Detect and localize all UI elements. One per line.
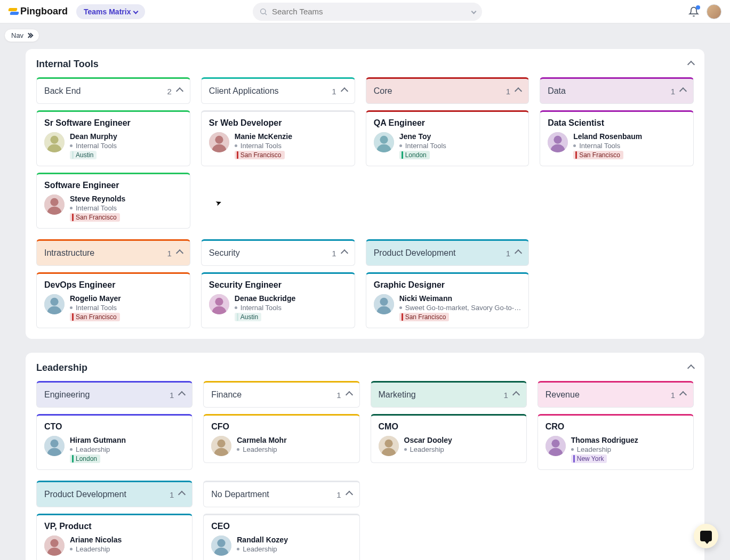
- person-avatar: [44, 194, 65, 215]
- person-avatar: [209, 132, 229, 152]
- chevron-down-icon: [133, 9, 139, 14]
- person-role: CEO: [211, 522, 351, 531]
- team-header[interactable]: Core 1: [366, 77, 529, 104]
- person-name: Manie McKenzie: [235, 132, 292, 141]
- team-name: Engineering: [44, 390, 90, 400]
- person-name: Hiram Gutmann: [70, 436, 126, 444]
- person-card[interactable]: QA Engineer Jene Toy Internal Tools Lond…: [366, 110, 529, 166]
- team-column: No Department 1 CEO Randall Kozey Leader…: [203, 481, 359, 560]
- collapse-section-button[interactable]: [687, 364, 695, 371]
- team-name: Revenue: [546, 390, 580, 400]
- person-avatar: [44, 436, 65, 456]
- team-column: Marketing 1 CMO Oscar Dooley Leadership: [371, 381, 527, 470]
- team-header[interactable]: Security 1: [201, 239, 355, 266]
- location-badge: San Francisco: [235, 151, 285, 159]
- user-avatar[interactable]: [707, 4, 721, 19]
- team-count: 1: [506, 87, 510, 96]
- person-avatar: [211, 535, 231, 556]
- person-card[interactable]: CMO Oscar Dooley Leadership: [371, 414, 527, 463]
- team-name: Intrastructure: [44, 248, 94, 258]
- team-column: Intrastructure 1 DevOps Engineer Rogelio…: [36, 239, 190, 328]
- team-header[interactable]: Engineering 1: [36, 381, 192, 408]
- team-name: Marketing: [379, 390, 416, 400]
- team-name: No Department: [211, 490, 269, 499]
- person-dept: Leadership: [70, 445, 126, 453]
- section: Leadership Engineering 1 CTO Hiram Gutma…: [26, 353, 704, 560]
- team-name: Product Development: [374, 248, 456, 258]
- person-name: Oscar Dooley: [404, 436, 452, 444]
- person-card[interactable]: DevOps Engineer Rogelio Mayer Internal T…: [36, 272, 190, 328]
- team-name: Security: [209, 248, 240, 258]
- team-count: 1: [170, 490, 174, 499]
- section-title: Internal Tools: [36, 59, 99, 70]
- person-card[interactable]: Graphic Designer Nicki Weimann Sweet Go-…: [366, 272, 529, 328]
- team-name: Client Applications: [209, 86, 279, 96]
- team-header[interactable]: Intrastructure 1: [36, 239, 190, 266]
- team-name: Finance: [211, 390, 242, 400]
- collapse-section-button[interactable]: [687, 60, 695, 68]
- team-count: 1: [671, 391, 675, 400]
- person-card[interactable]: CEO Randall Kozey Leadership: [203, 514, 359, 560]
- team-count: 1: [671, 87, 675, 96]
- team-header[interactable]: Client Applications 1: [201, 77, 355, 104]
- team-count: 1: [170, 391, 174, 400]
- chevron-right-icon: [27, 34, 33, 37]
- svg-point-39: [50, 539, 58, 547]
- person-dept: Leadership: [571, 445, 638, 453]
- team-header[interactable]: Data 1: [540, 77, 694, 104]
- team-count: 1: [336, 490, 341, 499]
- svg-point-0: [261, 9, 266, 13]
- person-dept: Internal Tools: [70, 142, 117, 150]
- page-body: Internal Tools Back End 2 Sr Software En…: [0, 23, 730, 560]
- search-box[interactable]: [253, 3, 482, 21]
- person-card[interactable]: CTO Hiram Gutmann Leadership London: [36, 414, 192, 470]
- view-switcher[interactable]: Teams Matrix: [76, 4, 145, 19]
- person-card[interactable]: CRO Thomas Rodriguez Leadership New York: [538, 414, 694, 470]
- brand-logo[interactable]: Pingboard: [9, 6, 68, 17]
- search-input[interactable]: [272, 7, 468, 16]
- person-card[interactable]: Data Scientist Leland Rosenbaum Internal…: [540, 110, 694, 166]
- person-card[interactable]: Sr Web Developer Manie McKenzie Internal…: [201, 110, 355, 166]
- person-card[interactable]: Security Engineer Denae Buckridge Intern…: [201, 272, 355, 328]
- notifications-button[interactable]: [688, 6, 699, 17]
- team-column: Client Applications 1 Sr Web Developer M…: [201, 77, 355, 229]
- person-card[interactable]: VP, Product Ariane Nicolas Leadership: [36, 514, 192, 560]
- person-name: Denae Buckridge: [235, 294, 295, 303]
- person-dept: Leadership: [404, 445, 452, 453]
- section: Internal Tools Back End 2 Sr Software En…: [26, 49, 704, 339]
- team-header[interactable]: Marketing 1: [371, 381, 527, 408]
- team-header[interactable]: Revenue 1: [538, 381, 694, 408]
- location-badge: Austin: [235, 313, 261, 321]
- help-chat-launcher[interactable]: [694, 524, 718, 548]
- svg-point-12: [380, 136, 388, 144]
- person-card[interactable]: CFO Carmela Mohr Leadership: [203, 414, 359, 463]
- svg-point-9: [215, 136, 223, 144]
- person-dept: Leadership: [70, 545, 122, 553]
- person-card[interactable]: Sr Software Engineer Dean Murphy Interna…: [36, 110, 190, 166]
- person-dept: Internal Tools: [235, 142, 292, 150]
- team-header[interactable]: Finance 1: [203, 381, 359, 408]
- person-role: CMO: [379, 422, 519, 432]
- team-count: 1: [506, 249, 510, 258]
- person-role: Graphic Designer: [374, 280, 521, 290]
- teams-grid: Back End 2 Sr Software Engineer Dean Mur…: [36, 77, 694, 328]
- chevron-up-icon: [679, 391, 687, 399]
- chevron-up-icon: [512, 391, 520, 399]
- nav-toggle[interactable]: Nav: [4, 29, 39, 42]
- person-card[interactable]: Software Engineer Steve Reynolds Interna…: [36, 173, 190, 229]
- svg-point-3: [50, 136, 58, 144]
- team-header[interactable]: No Department 1: [203, 481, 359, 507]
- svg-point-42: [218, 539, 226, 547]
- person-avatar: [374, 132, 394, 152]
- team-header[interactable]: Product Development 1: [36, 481, 192, 507]
- svg-point-27: [50, 440, 58, 448]
- chevron-up-icon: [178, 391, 186, 399]
- person-role: Security Engineer: [209, 280, 347, 290]
- chevron-up-icon: [176, 87, 183, 95]
- person-role: Software Engineer: [44, 181, 182, 190]
- person-dept: Sweet Go-to-market, Savory Go-to-…: [399, 304, 521, 312]
- team-header[interactable]: Back End 2: [36, 77, 190, 104]
- team-count: 1: [167, 249, 172, 258]
- team-header[interactable]: Product Development 1: [366, 239, 529, 266]
- person-role: Data Scientist: [548, 118, 686, 128]
